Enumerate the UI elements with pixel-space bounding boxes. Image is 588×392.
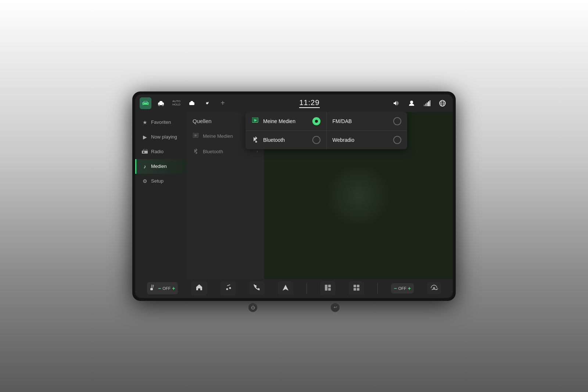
svg-rect-38 — [357, 285, 359, 287]
svg-rect-34 — [325, 285, 327, 291]
phone-button[interactable] — [249, 281, 265, 295]
top-nav-right — [390, 97, 448, 109]
svg-point-31 — [226, 288, 228, 290]
gear-icon: ⚙ — [141, 178, 148, 184]
meine-medien-option-icon — [251, 118, 259, 125]
sidebar: ★ Favoriten ▶ Now playing — [135, 112, 187, 279]
music-icon — [225, 284, 232, 292]
play-icon: ▶ — [141, 134, 148, 140]
person-icon[interactable] — [406, 97, 417, 109]
other-car-icon[interactable] — [155, 97, 167, 109]
clock-display: 11:29 — [299, 98, 319, 108]
svg-point-32 — [229, 287, 231, 289]
add-label: + — [220, 99, 225, 107]
sidebar-radio-label: Radio — [151, 149, 164, 154]
svg-marker-33 — [283, 285, 288, 291]
navigation-icon — [282, 284, 289, 292]
bluetooth-icon — [193, 148, 199, 155]
quellen-meine-medien-label: Meine Medien — [203, 133, 233, 139]
sidebar-medien-label: Medien — [151, 163, 167, 169]
svg-point-1 — [158, 104, 160, 106]
divider-2 — [377, 283, 378, 294]
car-front-icon[interactable] — [186, 97, 198, 109]
quellen-bluetooth-label: Bluetooth — [203, 149, 223, 154]
home-button[interactable] — [191, 281, 207, 295]
svg-rect-5 — [193, 104, 194, 105]
seat-heat-right-minus[interactable]: − — [394, 285, 397, 291]
star-icon: ★ — [141, 119, 148, 125]
seat-heat-left-control[interactable]: − OFF + — [147, 282, 178, 294]
source-option-bluetooth[interactable]: Bluetooth — [245, 131, 327, 149]
media-icon — [193, 133, 199, 139]
seat-heat-left-plus[interactable]: + — [172, 285, 175, 291]
music-button[interactable] — [220, 281, 236, 295]
source-option-webradio[interactable]: Webradio — [327, 131, 408, 149]
dropdown-row-2: Bluetooth Webradio — [245, 131, 407, 149]
svg-rect-6 — [191, 104, 193, 105]
sidebar-item-now-playing[interactable]: ▶ Now playing — [135, 130, 187, 144]
grid-view-button[interactable] — [349, 281, 364, 295]
bluetooth-radio[interactable] — [312, 136, 320, 144]
seat-heat-right-control[interactable]: − OFF + — [391, 283, 414, 294]
svg-rect-9 — [424, 105, 425, 106]
bluetooth-option-label: Bluetooth — [263, 137, 309, 143]
svg-point-8 — [410, 101, 413, 104]
svg-rect-11 — [427, 103, 428, 106]
top-nav-left: AUTO HOLD — [140, 97, 229, 109]
music-note-icon: ♪ — [141, 163, 148, 169]
main-content: ★ Favoriten ▶ Now playing — [135, 112, 453, 279]
meine-medien-radio[interactable] — [312, 117, 320, 125]
svg-rect-12 — [428, 101, 429, 106]
top-navigation-bar: AUTO HOLD — [135, 94, 453, 112]
fmdab-option-label: FM/DAB — [333, 118, 390, 124]
split-view-button[interactable] — [320, 281, 336, 295]
infotainment-screen: AUTO HOLD — [132, 91, 456, 301]
radio-icon — [141, 149, 148, 155]
steering-heat-button[interactable] — [427, 282, 441, 294]
sidebar-item-medien[interactable]: ♪ Medien — [135, 159, 187, 174]
bottom-controls-bar: − OFF + — [135, 279, 453, 298]
svg-rect-22 — [145, 152, 147, 152]
svg-rect-39 — [354, 288, 356, 291]
add-icon[interactable]: + — [217, 97, 229, 109]
divider-1 — [306, 283, 307, 294]
fan-icon[interactable] — [201, 97, 213, 109]
sidebar-setup-label: Setup — [151, 178, 164, 184]
sidebar-item-favoriten[interactable]: ★ Favoriten — [135, 115, 187, 130]
svg-rect-29 — [150, 288, 153, 290]
meine-medien-option-label: Meine Medien — [263, 118, 309, 124]
home-icon — [196, 284, 203, 292]
fmdab-radio[interactable] — [393, 117, 401, 125]
svg-point-7 — [207, 103, 208, 104]
back-button-right[interactable]: ↩ — [331, 303, 340, 312]
auto-hold-icon[interactable]: AUTO HOLD — [171, 97, 182, 109]
svg-line-30 — [227, 285, 230, 286]
seat-heat-left-icon — [150, 284, 157, 292]
svg-rect-35 — [328, 285, 331, 287]
seat-heat-right-plus[interactable]: + — [408, 285, 411, 291]
svg-rect-37 — [354, 285, 356, 287]
seat-heat-left-label: OFF — [162, 286, 171, 291]
sidebar-favoriten-label: Favoriten — [151, 119, 171, 125]
volume-icon[interactable] — [390, 97, 402, 109]
source-option-fmdab[interactable]: FM/DAB — [327, 112, 408, 130]
phone-icon — [254, 284, 260, 292]
dropdown-row-1: Meine Medien FM/DAB — [245, 112, 407, 131]
screen-content: AUTO HOLD — [135, 94, 453, 298]
svg-rect-40 — [357, 288, 359, 291]
webradio-option-label: Webradio — [333, 137, 390, 143]
webradio-radio[interactable] — [393, 136, 401, 144]
svg-rect-4 — [189, 104, 191, 105]
sidebar-item-setup[interactable]: ⚙ Setup — [135, 174, 187, 188]
seat-heat-left-minus[interactable]: − — [158, 285, 161, 291]
car-nav-icon[interactable] — [140, 97, 151, 109]
seat-heat-right-label: OFF — [398, 286, 406, 291]
globe-icon[interactable] — [437, 97, 448, 109]
svg-rect-36 — [328, 288, 331, 291]
source-option-meine-medien[interactable]: Meine Medien — [245, 112, 327, 130]
power-button[interactable]: ⏻ — [248, 303, 257, 312]
signal-icon — [421, 97, 433, 109]
navigation-button[interactable] — [278, 281, 293, 295]
source-dropdown: Meine Medien FM/DAB — [245, 112, 407, 149]
sidebar-item-radio[interactable]: Radio — [135, 144, 187, 159]
